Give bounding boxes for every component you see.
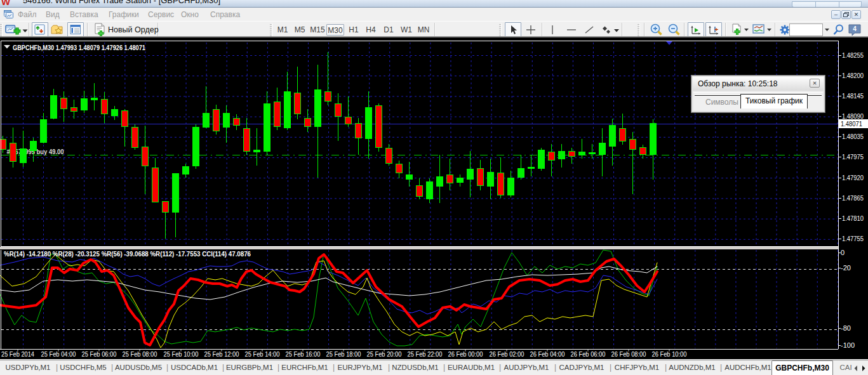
svg-text:4: 4 — [853, 25, 857, 32]
svg-text:1.47865: 1.47865 — [842, 194, 864, 202]
svg-text:1.48255: 1.48255 — [842, 51, 864, 59]
svg-text:1.48145: 1.48145 — [842, 92, 864, 100]
svg-text:1.47810: 1.47810 — [842, 214, 864, 222]
svg-text:-100: -100 — [841, 341, 855, 349]
svg-text:%R(14) -14.2180 %R(28) -20.31: %R(14) -14.2180 %R(28) -20.3125 %R(56) -… — [4, 251, 251, 258]
svg-text:1.48090: 1.48090 — [842, 112, 864, 120]
svg-text:1.48071: 1.48071 — [841, 120, 862, 128]
svg-text:1.47755: 1.47755 — [842, 235, 864, 242]
svg-text:1.47920: 1.47920 — [842, 174, 864, 181]
svg-text:0: 0 — [841, 249, 845, 256]
svg-text:1.48200: 1.48200 — [842, 72, 864, 79]
svg-text:-20: -20 — [841, 264, 851, 272]
svg-text:-80: -80 — [841, 324, 851, 332]
svg-text:GBPCHFb,M30 1.47993 1.48079 1: GBPCHFb,M30 1.47993 1.48079 1.47926 1.48… — [13, 44, 145, 51]
svg-text:1.47975: 1.47975 — [842, 153, 864, 161]
svg-text:1.48035: 1.48035 — [842, 133, 864, 140]
